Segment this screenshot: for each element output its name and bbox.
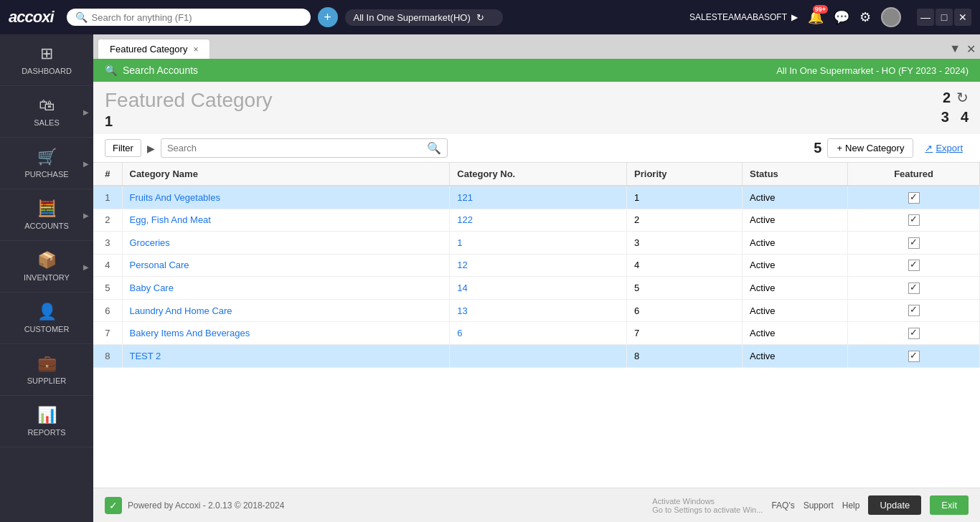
user-info: SALESTEAMAABASOFT ▶ [689,12,798,22]
table-row[interactable]: 4 Personal Care 12 4 Active [93,254,980,277]
cell-category-no[interactable] [450,344,627,367]
update-button[interactable]: Update [868,495,921,515]
sidebar-item-inventory[interactable]: 📦 INVENTORY ▶ [0,241,93,293]
cell-priority: 3 [627,232,743,255]
sidebar-item-sales[interactable]: 🛍 SALES ▶ [0,86,93,138]
cell-category-name[interactable]: Groceries [122,232,450,255]
featured-checkbox[interactable] [908,192,920,204]
sidebar-item-supplier[interactable]: 💼 SUPPLIER [0,344,93,396]
support-link[interactable]: Support [804,500,834,511]
featured-checkbox[interactable] [908,283,920,294]
sidebar-label-purchase: PURCHASE [24,170,68,179]
cell-featured[interactable] [848,209,980,232]
featured-checkbox[interactable] [908,260,920,271]
cell-category-name[interactable]: Baby Care [122,277,450,300]
table-row[interactable]: 1 Fruits And Vegetables 121 1 Active [93,186,980,209]
cell-featured[interactable] [848,344,980,367]
cell-priority: 5 [627,277,743,300]
maximize-button[interactable]: □ [936,9,953,26]
cell-category-no[interactable]: 121 [450,186,627,209]
cell-featured[interactable] [848,322,980,345]
cell-num: 2 [93,209,122,232]
sales-icon: 🛍 [39,96,55,115]
minimize-button[interactable]: — [917,9,934,26]
cell-category-no[interactable]: 12 [450,254,627,277]
table-row[interactable]: 3 Groceries 1 3 Active [93,232,980,255]
cell-category-no[interactable]: 122 [450,209,627,232]
global-search-input[interactable] [92,12,293,23]
chat-icon[interactable]: 💬 [834,9,849,25]
table-row[interactable]: 7 Bakery Items And Beverages 6 7 Active [93,322,980,345]
search-accounts-label: Search Accounts [123,65,198,76]
pin-icon[interactable]: ▼ [949,42,961,55]
avatar[interactable] [881,7,901,27]
company-selector[interactable]: All In One Supermarket(HO) ↻ [345,9,503,26]
new-category-label: New Category [845,143,904,153]
close-button[interactable]: ✕ [954,9,971,26]
cell-category-name[interactable]: Laundry And Home Care [122,299,450,322]
notification-bell[interactable]: 🔔 99+ [808,9,824,25]
cell-status: Active [743,254,848,277]
search-accounts-area[interactable]: 🔍 Search Accounts [105,65,198,76]
filter-expand-arrow[interactable]: ▶ [147,143,155,154]
featured-checkbox[interactable] [908,237,920,249]
cell-category-no[interactable]: 1 [450,232,627,255]
featured-checkbox[interactable] [908,351,920,362]
cell-featured[interactable] [848,186,980,209]
cell-priority: 6 [627,299,743,322]
featured-category-tab[interactable]: Featured Category × [98,39,210,59]
new-category-button[interactable]: + New Category [827,138,913,158]
cell-featured[interactable] [848,232,980,255]
help-link[interactable]: Help [842,500,860,511]
tab-close-icon[interactable]: × [193,44,198,54]
table-row[interactable]: 6 Laundry And Home Care 13 6 Active [93,299,980,322]
cell-category-name[interactable]: Fruits And Vegetables [122,186,450,209]
cell-category-no[interactable]: 13 [450,299,627,322]
col-status: Status [743,163,848,186]
cell-status: Active [743,344,848,367]
sidebar-item-dashboard[interactable]: ⊞ DASHBOARD [0,34,93,86]
cell-featured[interactable] [848,277,980,300]
cell-num: 8 [93,344,122,367]
cell-num: 4 [93,254,122,277]
exit-button[interactable]: Exit [930,495,969,515]
table-row[interactable]: 2 Egg, Fish And Meat 122 2 Active [93,209,980,232]
table-search-field[interactable]: 🔍 [161,138,448,158]
add-button[interactable]: + [318,7,338,27]
filter-button[interactable]: Filter [105,139,141,157]
cell-category-name[interactable]: Personal Care [122,254,450,277]
close-panel-icon[interactable]: ✕ [966,42,976,56]
cell-featured[interactable] [848,299,980,322]
featured-checkbox[interactable] [908,214,920,226]
cell-priority: 8 [627,344,743,367]
global-search-bar[interactable]: 🔍 [67,9,311,26]
cell-category-name[interactable]: Bakery Items And Beverages [122,322,450,345]
cell-category-no[interactable]: 6 [450,322,627,345]
table-search-icon: 🔍 [427,141,441,155]
cell-category-name[interactable]: Egg, Fish And Meat [122,209,450,232]
table-row[interactable]: 5 Baby Care 14 5 Active [93,277,980,300]
sidebar-item-accounts[interactable]: 🧮 ACCOUNTS ▶ [0,189,93,241]
refresh-icon[interactable]: ↻ [956,89,969,106]
table-row[interactable]: 8 TEST 2 8 Active [93,344,980,367]
cell-category-no[interactable]: 14 [450,277,627,300]
reports-icon: 📊 [37,406,57,424]
featured-checkbox[interactable] [908,328,920,339]
refresh-icon[interactable]: ↻ [476,12,484,23]
sidebar-label-sales: SALES [34,118,59,127]
main-layout: ⊞ DASHBOARD 🛍 SALES ▶ 🛒 PURCHASE ▶ 🧮 ACC… [0,34,980,522]
gear-icon[interactable]: ⚙ [859,9,871,25]
featured-checkbox[interactable] [908,305,920,316]
cell-featured[interactable] [848,254,980,277]
title-right: 2 ↻ 3 4 [941,89,969,125]
table-search-input[interactable] [167,143,423,153]
sidebar-item-customer[interactable]: 👤 CUSTOMER [0,293,93,344]
faqs-link[interactable]: FAQ's [771,500,794,511]
cell-category-name[interactable]: TEST 2 [122,344,450,367]
sidebar-item-purchase[interactable]: 🛒 PURCHASE ▶ [0,138,93,189]
toolbar-right: 5 + New Category ↗ Export [814,138,969,158]
new-category-plus-icon: + [837,143,842,153]
tab-bar: Featured Category × ▼ ✕ [93,34,980,59]
sidebar-item-reports[interactable]: 📊 REPORTS [0,396,93,447]
export-button[interactable]: ↗ Export [919,139,969,157]
